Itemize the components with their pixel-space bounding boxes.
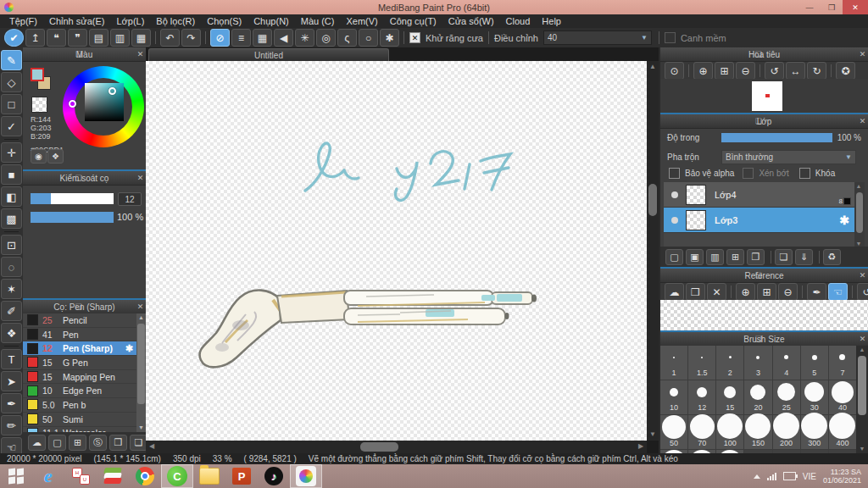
protect-alpha-checkbox[interactable]	[669, 168, 680, 179]
brush-item-pen-sharp-[interactable]: 12Pen (Sharp)✱	[23, 341, 136, 356]
brush-size-12[interactable]: 12	[688, 380, 715, 414]
restore-button[interactable]: ❒	[821, 0, 843, 14]
brush-size-2[interactable]: 2	[716, 346, 743, 380]
layer-1bit-button[interactable]: ▥	[706, 249, 724, 265]
sv-indicator[interactable]	[108, 87, 116, 95]
brush-tool[interactable]: ✎	[1, 50, 22, 70]
saturation-value-box[interactable]	[85, 83, 124, 121]
menu-item-4[interactable]: Chọn(S)	[201, 16, 248, 26]
undo-button[interactable]: ↶	[160, 29, 180, 47]
material-button[interactable]: ▦	[131, 29, 151, 47]
brush-list-scrollbar[interactable]: ▲ ▼	[136, 313, 146, 432]
taskbar-medibang[interactable]	[290, 464, 322, 488]
layer-8bit-button[interactable]: ▣	[686, 249, 704, 265]
gear-icon[interactable]: ✱	[839, 214, 849, 227]
layer-folder-button[interactable]: ❒	[747, 249, 765, 265]
foreground-color-swatch[interactable]	[31, 68, 44, 81]
brush-folder-button[interactable]: ❒	[109, 435, 127, 451]
bucket-tool[interactable]: ◧	[1, 186, 22, 207]
palette-set-button[interactable]: ❖	[47, 149, 64, 164]
taskbar-coccoc[interactable]: C	[161, 464, 193, 488]
eyedropper-tool[interactable]: ✒	[1, 393, 22, 413]
navigator-thumbnail[interactable]	[752, 81, 782, 111]
brush-size-150[interactable]: 150	[744, 415, 771, 449]
scroll-up-icon[interactable]: ▲	[647, 61, 659, 73]
eraser-tool[interactable]: ◇	[1, 72, 22, 92]
ref-clear-button[interactable]: ✕	[707, 283, 726, 301]
close-icon[interactable]: ✕	[135, 174, 146, 182]
select-eraser-tool[interactable]: ❖	[1, 323, 22, 343]
close-icon[interactable]: ✕	[135, 50, 146, 58]
brush-size-scrollbar[interactable]: ▲ ▼	[856, 346, 868, 453]
menu-item-5[interactable]: Chụp(N)	[248, 16, 295, 26]
scroll-up-icon[interactable]: ▲	[854, 180, 864, 192]
taskbar-internet-explorer[interactable]: e	[32, 464, 64, 488]
scrollbar-thumb[interactable]	[858, 356, 866, 415]
menu-item-2[interactable]: Lớp(L)	[110, 16, 150, 26]
taskbar-chrome[interactable]	[129, 464, 161, 488]
document-settings-button[interactable]: ▥	[110, 29, 130, 47]
brush-size-300[interactable]: 300	[801, 415, 828, 449]
brush-size-70[interactable]: 70	[688, 415, 715, 449]
snap-ellipse-button[interactable]: ○	[359, 29, 378, 47]
scroll-left-icon[interactable]: ◀	[146, 441, 158, 452]
snap-parallel-button[interactable]: ≡	[231, 29, 251, 47]
brush-size-value[interactable]: 12	[118, 192, 142, 206]
brush-size-50[interactable]: 50	[660, 415, 687, 449]
tray-expand-icon[interactable]	[754, 474, 760, 479]
layer-visibility-icon[interactable]	[671, 191, 678, 198]
gradient-tool[interactable]: ▩	[1, 208, 22, 229]
lock-checkbox[interactable]	[799, 168, 810, 179]
layer-add-menu-button[interactable]: ⊞	[726, 249, 744, 265]
snap-curve-button[interactable]: ς	[337, 29, 357, 47]
canvas-viewport[interactable]	[146, 61, 647, 441]
taskbar-file-explorer[interactable]	[193, 464, 225, 488]
move-tool[interactable]: ✛	[1, 142, 22, 163]
brush-size-20[interactable]: 20	[744, 380, 771, 414]
battery-icon[interactable]	[783, 472, 796, 480]
gear-icon[interactable]: ✱	[125, 343, 133, 354]
ref-folder-button[interactable]: ❒	[686, 283, 705, 301]
zoom-original-button[interactable]: ⊙	[665, 62, 684, 80]
clock[interactable]: 11:23 SA 01/06/2021	[823, 468, 861, 485]
ref-zoom-fit-button[interactable]: ⊞	[757, 283, 776, 301]
snap-concentric-button[interactable]: ◎	[316, 29, 336, 47]
popout-icon[interactable]: ❏	[74, 174, 85, 182]
brush-size-1[interactable]: 1	[660, 346, 687, 380]
antialias-checkbox[interactable]: ✕	[409, 32, 420, 43]
close-button[interactable]: ✕	[843, 0, 868, 14]
popout-icon[interactable]: ❏	[754, 117, 765, 125]
scrollbar-thumb[interactable]	[137, 324, 145, 404]
menu-item-3[interactable]: Bộ lọc(R)	[150, 16, 201, 26]
magic-wand-tool[interactable]: ✶	[1, 279, 22, 299]
brush-new-menu-button[interactable]: ⊞	[69, 435, 86, 451]
scrollbar-thumb[interactable]	[856, 192, 863, 233]
document-button[interactable]: ▤	[89, 29, 108, 47]
brush-size-40[interactable]: 40	[829, 380, 856, 414]
hue-indicator[interactable]	[69, 100, 76, 108]
polyline-tool[interactable]: ✓	[1, 116, 22, 136]
brush-item-edge-pen[interactable]: 10Edge Pen	[23, 384, 136, 398]
soft-snap-checkbox[interactable]	[665, 32, 676, 43]
start-button[interactable]	[0, 464, 32, 488]
export-button[interactable]: ↥	[25, 29, 45, 47]
menu-item-8[interactable]: Công cụ(T)	[384, 16, 442, 26]
ref-rotate-button[interactable]: ↺	[857, 283, 868, 301]
scroll-up-icon[interactable]: ▲	[136, 313, 146, 322]
blend-mode-dropdown[interactable]: Bình thường ▼	[721, 150, 856, 164]
menu-item-1[interactable]: Chỉnh sửa(E)	[43, 16, 110, 26]
select-tool[interactable]: ⊡	[1, 235, 22, 255]
scroll-down-icon[interactable]: ▼	[647, 429, 659, 441]
zoom-out-button[interactable]: ⊖	[736, 62, 755, 80]
network-signal-icon[interactable]	[767, 473, 776, 480]
layer-row-lop4[interactable]: Lớp4 8	[664, 182, 865, 208]
snap-settings-button[interactable]: ✱	[380, 29, 399, 47]
palette-button[interactable]: ◉	[31, 149, 47, 164]
rotate-cw-button[interactable]: ↻	[807, 62, 826, 80]
popout-icon[interactable]: ❏	[754, 335, 765, 343]
lasso-tool[interactable]: ◌	[1, 257, 22, 277]
divide-tool[interactable]: ✏	[1, 415, 22, 435]
layer-duplicate-button[interactable]: ❏	[775, 249, 793, 265]
layer-opacity-slider[interactable]	[721, 133, 832, 142]
transparent-color-swatch[interactable]	[31, 97, 47, 113]
